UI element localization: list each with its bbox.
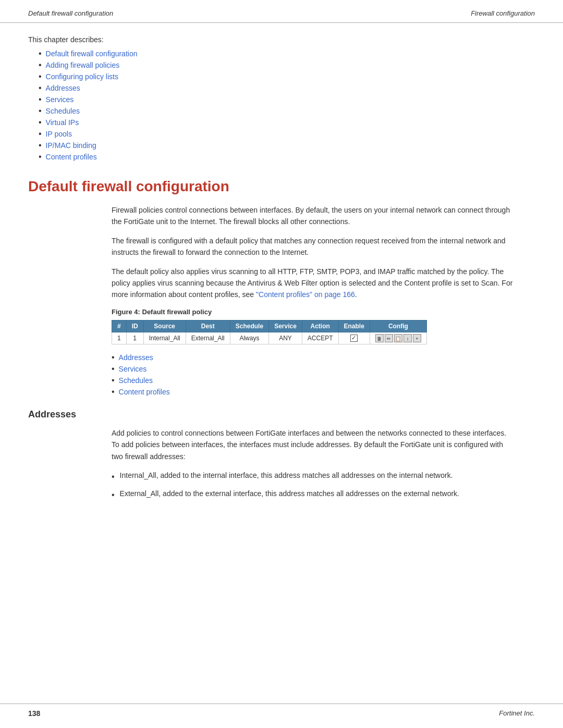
toc-item: Configuring policy lists — [39, 72, 535, 81]
addresses-bullets: Internal_All, added to the internal inte… — [112, 470, 514, 501]
toc-link-3[interactable]: Addresses — [46, 84, 80, 92]
firewall-table: # ID Source Dest Schedule Service Action… — [112, 320, 427, 344]
sub-link-3[interactable]: Content profiles — [119, 388, 170, 396]
address-bullet-1: External_All, added to the external inte… — [112, 488, 514, 502]
paragraph-3: The default policy also applies virus sc… — [112, 266, 514, 301]
enable-checkbox[interactable] — [350, 335, 358, 342]
col-header-config: Config — [370, 320, 426, 332]
page-container: Default firewall configuration Firewall … — [0, 0, 563, 728]
header-right: Firewall configuration — [471, 9, 535, 17]
sub-list-item: Addresses — [112, 353, 535, 362]
cell-enable — [338, 332, 370, 344]
copy-icon[interactable]: 📋 — [394, 334, 402, 342]
header-left: Default firewall configuration — [28, 9, 113, 17]
page-header: Default firewall configuration Firewall … — [0, 0, 563, 23]
col-header-dest: Dest — [186, 320, 230, 332]
addresses-body: Add policies to control connections betw… — [112, 427, 514, 462]
toc-item: IP/MAC binding — [39, 141, 535, 150]
paragraph-2: The firewall is configured with a defaul… — [112, 235, 514, 258]
col-header-num: # — [112, 320, 127, 332]
move-icon[interactable]: ↕ — [403, 334, 412, 342]
col-header-service: Service — [269, 320, 302, 332]
toc-item: Addresses — [39, 83, 535, 93]
edit-icon[interactable]: ✏ — [385, 334, 393, 342]
sub-list-item: Schedules — [112, 376, 535, 385]
toc-link-5[interactable]: Schedules — [46, 107, 80, 115]
toc-item: Services — [39, 95, 535, 104]
config-icons: 🗑 ✏ 📋 ↕ + — [375, 334, 421, 342]
toc-link-8[interactable]: IP/MAC binding — [46, 141, 96, 150]
cell-service: ANY — [269, 332, 302, 344]
toc-item: IP pools — [39, 129, 535, 139]
cell-id: 1 — [126, 332, 143, 344]
paragraph-1: Firewall policies control connections be… — [112, 204, 514, 228]
sub-link-0[interactable]: Addresses — [119, 353, 153, 362]
toc-link-0[interactable]: Default firewall configuration — [46, 50, 138, 58]
toc-link-9[interactable]: Content profiles — [46, 153, 97, 161]
toc-item: Adding firewall policies — [39, 60, 535, 70]
cell-source: Internal_All — [143, 332, 186, 344]
sub-list-item: Services — [112, 364, 535, 374]
sub-links-list: AddressesServicesSchedulesContent profil… — [112, 353, 535, 397]
delete-icon[interactable]: 🗑 — [375, 334, 384, 342]
toc-link-2[interactable]: Configuring policy lists — [46, 72, 118, 81]
sub-list-item: Content profiles — [112, 387, 535, 397]
page-footer: 138 Fortinet Inc. — [0, 704, 563, 718]
col-header-id: ID — [126, 320, 143, 332]
toc-item: Default firewall configuration — [39, 49, 535, 58]
address-bullet-0: Internal_All, added to the internal inte… — [112, 470, 514, 484]
sub-link-2[interactable]: Schedules — [119, 376, 153, 385]
toc-section: This chapter describes: Default firewall… — [28, 35, 535, 162]
cell-action: ACCEPT — [302, 332, 338, 344]
col-header-source: Source — [143, 320, 186, 332]
sub-link-1[interactable]: Services — [119, 365, 147, 373]
insert-icon[interactable]: + — [413, 334, 421, 342]
toc-intro: This chapter describes: — [28, 35, 535, 44]
table-row: 1 1 Internal_All External_All Always ANY… — [112, 332, 427, 344]
figure-label: Figure 4: Default firewall policy — [112, 308, 535, 316]
toc-link-1[interactable]: Adding firewall policies — [46, 61, 120, 69]
cell-dest: External_All — [186, 332, 230, 344]
toc-link-4[interactable]: Services — [46, 95, 74, 104]
addresses-heading: Addresses — [28, 409, 535, 420]
main-content: This chapter describes: Default firewall… — [0, 23, 563, 540]
toc-link-6[interactable]: Virtual IPs — [46, 118, 79, 127]
cell-num: 1 — [112, 332, 127, 344]
toc-item: Virtual IPs — [39, 118, 535, 127]
col-header-action: Action — [302, 320, 338, 332]
main-heading: Default firewall configuration — [28, 178, 535, 195]
toc-list: Default firewall configurationAdding fir… — [39, 49, 535, 162]
company-name: Fortinet Inc. — [499, 709, 535, 718]
toc-link-7[interactable]: IP pools — [46, 130, 72, 138]
content-profiles-link[interactable]: "Content profiles" on page 166 — [256, 290, 355, 299]
cell-schedule: Always — [230, 332, 268, 344]
col-header-schedule: Schedule — [230, 320, 268, 332]
firewall-table-wrapper: # ID Source Dest Schedule Service Action… — [112, 320, 514, 344]
cell-config: 🗑 ✏ 📋 ↕ + — [370, 332, 426, 344]
toc-item: Content profiles — [39, 152, 535, 162]
toc-item: Schedules — [39, 106, 535, 116]
page-number: 138 — [28, 709, 40, 718]
col-header-enable: Enable — [338, 320, 370, 332]
